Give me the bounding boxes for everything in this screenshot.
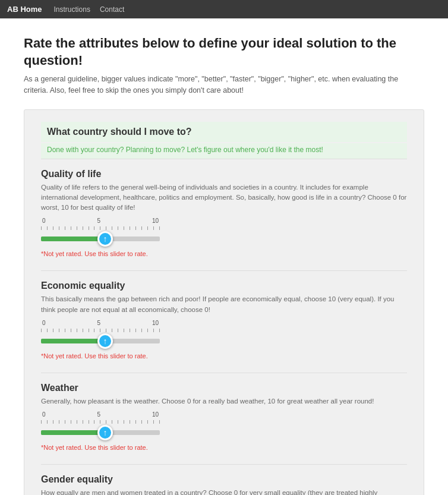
criteria-title-gender-equality: Gender equality — [41, 474, 407, 485]
scale-max-quality-of-life: 10 — [152, 217, 159, 224]
card-question-title: What country should I move to? — [41, 122, 407, 142]
criteria-section-economic-equality: Economic equality This basically means t… — [41, 270, 407, 360]
criteria-desc-economic-equality: This basically means the gap between ric… — [41, 294, 407, 315]
section-separator — [41, 373, 407, 373]
page-subtitle: As a general guideline, bigger values in… — [24, 74, 424, 96]
scale-min-quality-of-life: 0 — [42, 217, 46, 224]
scale-mid-economic-equality: 5 — [97, 320, 100, 326]
tick-row-weather — [41, 419, 160, 424]
criteria-section-quality-of-life: Quality of life Quality of life refers t… — [41, 169, 407, 258]
criteria-section-weather: Weather Generally, how pleasant is the w… — [41, 373, 407, 451]
page-title: Rate the attributes below to define your… — [24, 35, 424, 69]
criteria-title-economic-equality: Economic equality — [41, 280, 407, 291]
slider-container-weather: 0 5 10 *Not yet rated. Use this slider t… — [41, 411, 407, 451]
navbar-brand[interactable]: AB Home — [7, 5, 42, 14]
scale-min-weather: 0 — [42, 411, 46, 418]
slider-not-rated-weather: *Not yet rated. Use this slider to rate. — [41, 444, 407, 451]
slider-scale-quality-of-life: 0 5 10 — [41, 217, 160, 224]
slider-not-rated-economic-equality: *Not yet rated. Use this slider to rate. — [41, 352, 407, 360]
slider-thumb-weather[interactable] — [97, 425, 113, 440]
criteria-desc-quality-of-life: Quality of life refers to the general we… — [41, 182, 407, 213]
navbar-link-contact[interactable]: Contact — [100, 5, 124, 14]
scale-mid-quality-of-life: 5 — [97, 217, 100, 224]
slider-track-wrapper-quality-of-life[interactable] — [41, 230, 160, 248]
scale-min-economic-equality: 0 — [42, 320, 46, 326]
slider-track-fill-quality-of-life — [41, 237, 100, 241]
main-content: Rate the attributes below to define your… — [0, 18, 448, 495]
scale-max-weather: 10 — [152, 411, 159, 418]
section-separator — [41, 464, 407, 465]
slider-thumb-quality-of-life[interactable] — [97, 231, 113, 247]
criteria-title-quality-of-life: Quality of life — [41, 169, 407, 179]
slider-not-rated-quality-of-life: *Not yet rated. Use this slider to rate. — [41, 250, 407, 257]
slider-container-economic-equality: 0 5 10 *Not yet rated. Use this slider t… — [41, 320, 407, 360]
section-separator — [41, 270, 407, 271]
scale-mid-weather: 5 — [97, 411, 100, 418]
card-question-subtitle: Done with your country? Planning to move… — [41, 143, 407, 159]
slider-track-wrapper-weather[interactable] — [41, 424, 160, 442]
criteria-title-weather: Weather — [41, 383, 407, 393]
navbar: AB Home Instructions Contact — [0, 0, 448, 18]
card: What country should I move to? Done with… — [24, 109, 424, 495]
tick-row-quality-of-life — [41, 225, 160, 230]
slider-container-quality-of-life: 0 5 10 *Not yet rated. Use this slider t… — [41, 217, 407, 257]
slider-scale-economic-equality: 0 5 10 — [41, 320, 160, 326]
criteria-container: Quality of life Quality of life refers t… — [41, 169, 407, 495]
slider-track-fill-weather — [41, 430, 100, 435]
slider-scale-weather: 0 5 10 — [41, 411, 160, 418]
slider-track-wrapper-economic-equality[interactable] — [41, 332, 160, 350]
criteria-desc-weather: Generally, how pleasant is the weather. … — [41, 396, 407, 406]
slider-thumb-economic-equality[interactable] — [97, 333, 113, 349]
navbar-link-instructions[interactable]: Instructions — [54, 5, 90, 14]
criteria-section-gender-equality: Gender equality How equally are men and … — [41, 464, 407, 495]
criteria-desc-gender-equality: How equally are men and women treated in… — [41, 488, 407, 495]
scale-max-economic-equality: 10 — [152, 320, 159, 326]
tick-row-economic-equality — [41, 327, 160, 332]
slider-track-fill-economic-equality — [41, 339, 100, 343]
